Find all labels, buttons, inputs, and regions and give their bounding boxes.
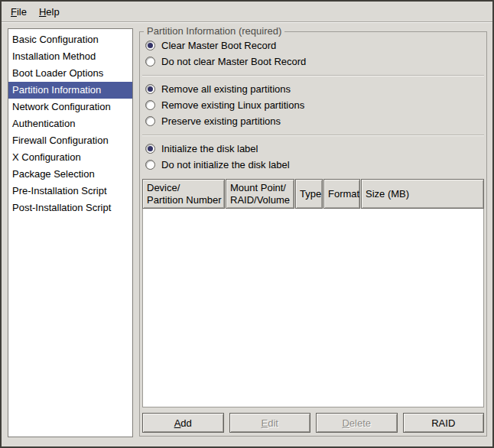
menu-file[interactable]: File (5, 4, 33, 20)
radio-label: Do not initialize the disk label (161, 159, 290, 170)
button-label: dd (180, 417, 191, 429)
radio-initialize-disk-label[interactable]: Initialize the disk label (142, 141, 484, 157)
sidebar-item-partition-information[interactable]: Partition Information (8, 82, 132, 99)
sidebar-item-pre-installation-script[interactable]: Pre-Installation Script (8, 183, 132, 200)
column-header-line: Type (300, 188, 322, 200)
sidebar-item-boot-loader-options[interactable]: Boot Loader Options (8, 65, 132, 82)
column-header-line: Mount Point/ (230, 182, 294, 194)
radio-do-not-initialize-disk-label[interactable]: Do not initialize the disk label (142, 157, 484, 173)
menu-help-mnemonic: H (39, 6, 46, 18)
sidebar-item-firewall-configuration[interactable]: Firewall Configuration (8, 132, 132, 149)
sidebar-item-basic-configuration[interactable]: Basic Configuration (8, 31, 132, 48)
radio-label: Do not clear Master Boot Record (161, 56, 306, 67)
radio-do-not-clear-mbr[interactable]: Do not clear Master Boot Record (142, 54, 484, 70)
frame-body: Clear Master Boot Record Do not clear Ma… (142, 37, 484, 433)
column-header-line: Format (328, 188, 359, 200)
button-mnemonic: D (342, 417, 349, 429)
kickstart-configurator-window: File Help Basic Configuration Installati… (0, 0, 494, 448)
radio-label: Clear Master Boot Record (161, 40, 276, 51)
radio-unselected-icon (145, 116, 155, 126)
radio-label: Initialize the disk label (161, 143, 258, 154)
radio-remove-linux-partitions[interactable]: Remove existing Linux partitions (142, 97, 484, 113)
radio-selected-icon (145, 144, 155, 154)
partition-table-header: Device/ Partition Number Mount Point/ RA… (142, 179, 484, 209)
sidebar-item-package-selection[interactable]: Package Selection (8, 166, 132, 183)
sidebar-item-post-installation-script[interactable]: Post-Installation Script (8, 200, 132, 216)
raid-button[interactable]: RAID (403, 413, 485, 433)
sidebar-item-network-configuration[interactable]: Network Configuration (8, 99, 132, 115)
partition-information-frame: Partition Information (required) Clear M… (139, 31, 487, 437)
add-button[interactable]: Add (142, 413, 224, 433)
radio-label: Remove existing Linux partitions (161, 99, 304, 111)
frame-title: Partition Information (required) (144, 25, 284, 37)
button-label: RAID (431, 417, 455, 429)
edit-button[interactable]: Edit (229, 413, 311, 433)
menu-file-label: ile (17, 6, 27, 18)
partition-table-body[interactable] (142, 209, 484, 407)
separator (142, 135, 484, 135)
column-header-mount-point-raid-volume[interactable]: Mount Point/ RAID/Volume (226, 179, 294, 209)
separator (142, 75, 484, 76)
menu-file-mnemonic: F (11, 6, 17, 18)
partition-table: Device/ Partition Number Mount Point/ RA… (142, 179, 484, 407)
radio-selected-icon (145, 84, 155, 94)
column-header-line: RAID/Volume (230, 194, 294, 206)
button-row: Add Edit Delete RAID (142, 413, 484, 433)
button-label: elete (349, 417, 371, 429)
radio-unselected-icon (145, 160, 155, 170)
radio-label: Remove all existing partitions (161, 83, 291, 95)
column-header-type[interactable]: Type (295, 179, 323, 209)
delete-button[interactable]: Delete (316, 413, 398, 433)
radio-label: Preserve existing partitions (161, 115, 281, 127)
column-header-format[interactable]: Format (323, 179, 360, 209)
button-label: dit (268, 417, 278, 429)
category-list: Basic Configuration Installation Method … (8, 28, 133, 437)
radio-clear-mbr[interactable]: Clear Master Boot Record (142, 37, 484, 54)
column-header-device-partition-number[interactable]: Device/ Partition Number (142, 179, 225, 209)
sidebar-item-installation-method[interactable]: Installation Method (8, 48, 132, 65)
column-header-size-mb[interactable]: Size (MB) (361, 179, 484, 209)
column-header-line: Size (MB) (366, 188, 483, 200)
radio-unselected-icon (145, 100, 155, 110)
menu-bar: File Help (2, 2, 492, 22)
button-mnemonic: E (262, 417, 268, 429)
sidebar-item-x-configuration[interactable]: X Configuration (8, 149, 132, 166)
column-header-line: Partition Number (147, 194, 224, 206)
menu-help[interactable]: Help (33, 4, 66, 20)
radio-preserve-partitions[interactable]: Preserve existing partitions (142, 113, 484, 129)
radio-selected-icon (145, 41, 155, 50)
menu-help-label: elp (46, 6, 59, 18)
radio-unselected-icon (145, 57, 155, 67)
main-content: Basic Configuration Installation Method … (2, 23, 492, 446)
radio-remove-all-partitions[interactable]: Remove all existing partitions (142, 81, 484, 97)
column-header-line: Device/ (147, 182, 224, 194)
sidebar-item-authentication[interactable]: Authentication (8, 115, 132, 132)
